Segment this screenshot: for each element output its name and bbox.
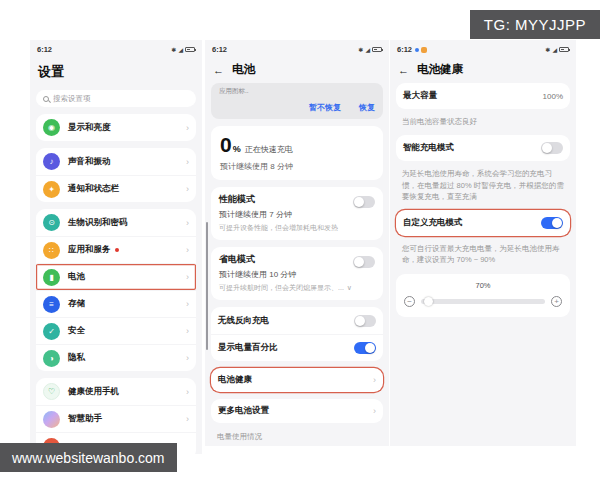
settings-group-sound: ♪ 声音和振动 ✦ 通知和状态栏 bbox=[36, 148, 196, 202]
usage-estimate: 预计继续使用 8 分钟 bbox=[220, 161, 374, 172]
slider-track[interactable] bbox=[421, 299, 545, 304]
restore-button[interactable]: 恢复 bbox=[359, 102, 375, 113]
slider-value: 70% bbox=[404, 281, 562, 290]
sidebar-item-sound[interactable]: ♪ 声音和振动 bbox=[36, 148, 196, 175]
sidebar-item-apps[interactable]: ∷ 应用和服务 bbox=[36, 236, 196, 263]
clock: 6:12 bbox=[37, 45, 52, 54]
status-bar: 6:12 bbox=[205, 40, 389, 55]
capacity-note: 当前电池容量状态良好 bbox=[402, 116, 564, 127]
settings-group-display: ◉ 显示和亮度 bbox=[36, 114, 196, 141]
tg-badge: TG: MYYJJPP bbox=[470, 10, 600, 39]
battery-status-icon bbox=[372, 47, 382, 52]
custom-charging-desc: 您可自行设置最大充电电量，为延长电池使用寿命，建议设置为 70% ~ 90% bbox=[402, 243, 564, 266]
custom-charging-toggle[interactable] bbox=[541, 217, 563, 229]
sidebar-item-storage[interactable]: ≡ 存储 bbox=[36, 290, 196, 317]
chevron-right-icon bbox=[186, 123, 189, 133]
notification-dot-icon bbox=[415, 48, 419, 52]
chevron-right-icon bbox=[373, 375, 376, 385]
charging-status: 正在快速充电 bbox=[245, 144, 293, 155]
bluetooth-icon bbox=[358, 45, 363, 54]
bluetooth-icon bbox=[171, 45, 176, 54]
sidebar-item-assistant[interactable]: 智慧助手 bbox=[36, 405, 196, 432]
custom-charging-row: 自定义充电模式 bbox=[396, 210, 570, 236]
status-icons bbox=[171, 45, 195, 54]
smart-charging-card: 智能充电模式 bbox=[396, 135, 570, 161]
battery-screen: 6:12 电池 应用图标.. 暂不恢复 恢复 0 % 正在快速充电 预计继续使用… bbox=[205, 40, 389, 446]
smart-charging-toggle[interactable] bbox=[541, 142, 563, 154]
not-now-button[interactable]: 暂不恢复 bbox=[309, 102, 341, 113]
performance-mode-toggle[interactable] bbox=[353, 196, 375, 208]
more-battery-settings-link[interactable]: 更多电池设置 bbox=[211, 399, 383, 423]
plus-button[interactable] bbox=[551, 296, 562, 307]
search-input[interactable] bbox=[53, 94, 189, 103]
performance-mode-card: 性能模式 预计继续使用 7 分钟 可提升设备性能，但会增加耗电和发热 bbox=[211, 187, 383, 240]
status-bar: 6:12 bbox=[30, 40, 202, 55]
restore-banner: 应用图标.. 暂不恢复 恢复 bbox=[211, 83, 383, 119]
assistant-icon bbox=[43, 411, 60, 428]
slider-handle[interactable] bbox=[424, 297, 433, 306]
smart-charging-row: 智能充电模式 bbox=[396, 135, 570, 161]
powersave-mode-toggle[interactable] bbox=[353, 256, 375, 268]
key-icon: ⊙ bbox=[43, 214, 60, 231]
app-notification-icon bbox=[421, 47, 427, 53]
chevron-right-icon bbox=[186, 218, 189, 228]
battery-status-icon bbox=[559, 47, 569, 52]
wireless-reverse-toggle[interactable] bbox=[354, 315, 376, 327]
search-bar[interactable] bbox=[36, 90, 196, 107]
chevron-right-icon bbox=[186, 326, 189, 336]
sidebar-item-notifications[interactable]: ✦ 通知和状态栏 bbox=[36, 175, 196, 202]
privacy-icon: ◑ bbox=[43, 350, 60, 367]
back-icon[interactable] bbox=[213, 64, 225, 76]
charge-limit-slider-card: 70% bbox=[396, 274, 570, 317]
show-percent-toggle[interactable] bbox=[354, 342, 376, 354]
watermark-badge: www.websitewanbo.com bbox=[0, 443, 177, 472]
status-icons bbox=[545, 45, 569, 54]
max-capacity-value: 100% bbox=[543, 92, 563, 101]
chevron-right-icon bbox=[186, 299, 189, 309]
usage-section-label: 电量使用情况 bbox=[217, 432, 377, 442]
status-bar: 6:12 bbox=[390, 40, 576, 55]
wireless-reverse-row: 无线反向充电 bbox=[211, 307, 383, 334]
battery-health-link[interactable]: 电池健康 bbox=[211, 368, 383, 392]
status-icons bbox=[358, 45, 382, 54]
clock: 6:12 bbox=[212, 45, 227, 54]
chevron-right-icon bbox=[186, 414, 189, 424]
sidebar-item-privacy[interactable]: ◑ 隐私 bbox=[36, 344, 196, 371]
max-capacity-row: 最大容量 100% bbox=[396, 83, 570, 109]
scrollbar[interactable] bbox=[206, 222, 208, 350]
notification-dot bbox=[115, 248, 119, 252]
minus-button[interactable] bbox=[404, 296, 415, 307]
sidebar-item-wellbeing[interactable]: ♡ 健康使用手机 bbox=[36, 378, 196, 405]
charge-percent: 0 bbox=[220, 133, 232, 157]
signal-icon bbox=[178, 45, 183, 54]
charge-status-card: 0 % 正在快速充电 预计继续使用 8 分钟 bbox=[211, 126, 383, 180]
sidebar-item-security[interactable]: ✓ 安全 bbox=[36, 317, 196, 344]
page-title: 设置 bbox=[38, 63, 194, 81]
battery-health-screen: 6:12 电池健康 最大容量 100% 当前电池容量状态良好 智能充电模式 为延… bbox=[390, 40, 576, 446]
bluetooth-icon bbox=[545, 45, 550, 54]
clock: 6:12 bbox=[397, 45, 412, 54]
toggle-group-card: 无线反向充电 显示电量百分比 bbox=[211, 307, 383, 361]
battery-status-icon bbox=[185, 47, 195, 52]
battery-icon: ▮ bbox=[43, 269, 60, 286]
signal-icon bbox=[552, 45, 557, 54]
back-icon[interactable] bbox=[398, 64, 410, 76]
chevron-right-icon bbox=[373, 406, 376, 416]
custom-charging-card: 自定义充电模式 bbox=[396, 210, 570, 236]
chevron-right-icon bbox=[186, 184, 189, 194]
eye-icon: ◉ bbox=[43, 119, 60, 136]
apps-icon: ∷ bbox=[43, 242, 60, 259]
banner-text: 应用图标.. bbox=[219, 87, 375, 96]
page-title: 电池健康 bbox=[417, 62, 463, 77]
page-title: 电池 bbox=[232, 62, 255, 77]
settings-screen: 6:12 设置 ◉ 显示和亮度 ♪ 声音和振动 ✦ 通知和状态栏 bbox=[30, 40, 202, 454]
chevron-right-icon bbox=[186, 387, 189, 397]
battery-health-card: 电池健康 bbox=[211, 368, 383, 392]
powersave-desc[interactable]: 可提升续航时间，但会关闭熄屏显示、... bbox=[219, 283, 375, 293]
max-capacity-card: 最大容量 100% bbox=[396, 83, 570, 109]
smart-charging-desc: 为延长电池使用寿命，系统会学习您的充电习惯，在电量超过 80% 时暂停充电，并根… bbox=[402, 168, 564, 202]
sidebar-item-biometrics[interactable]: ⊙ 生物识别和密码 bbox=[36, 209, 196, 236]
sidebar-item-display[interactable]: ◉ 显示和亮度 bbox=[36, 114, 196, 141]
powersave-mode-card: 省电模式 预计继续使用 10 分钟 可提升续航时间，但会关闭熄屏显示、... bbox=[211, 247, 383, 300]
sidebar-item-battery[interactable]: ▮ 电池 bbox=[36, 263, 196, 290]
